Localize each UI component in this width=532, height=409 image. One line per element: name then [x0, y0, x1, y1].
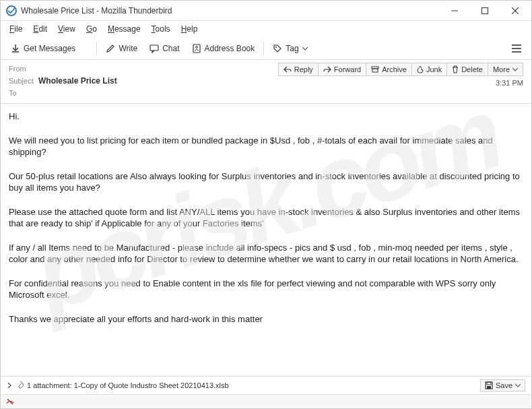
message-body: Hi. We will need you to list pricing for…	[1, 104, 531, 380]
tag-button[interactable]: Tag	[267, 40, 313, 57]
attachment-expand[interactable]	[7, 382, 12, 389]
body-paragraph: If any / all Items need to be Manufactur…	[9, 242, 523, 265]
body-paragraph: Thanks we appreciate all your efforts an…	[9, 313, 523, 325]
body-paragraph: Our 50-plus retail locations are Also al…	[9, 170, 523, 194]
chat-label: Chat	[162, 44, 179, 53]
address-book-label: Address Book	[205, 44, 255, 53]
svg-point-8	[275, 46, 277, 48]
archive-label: Archive	[382, 65, 407, 73]
save-label: Save	[496, 381, 512, 389]
archive-button[interactable]: Archive	[366, 63, 412, 76]
tag-label: Tag	[286, 44, 298, 53]
reply-icon	[284, 66, 292, 73]
menu-bar: File Edit View Go Message Tools Help	[1, 21, 531, 37]
paperclip-icon	[16, 381, 24, 390]
body-paragraph: For confidential reasons you need to Ena…	[9, 278, 523, 301]
app-icon	[6, 5, 17, 16]
app-menu-button[interactable]	[506, 41, 527, 56]
from-label: From	[9, 65, 38, 73]
reply-label: Reply	[294, 65, 313, 73]
address-book-button[interactable]: Address Book	[186, 40, 261, 57]
message-actions: Reply Forward Archive Junk Delete	[278, 63, 523, 76]
menu-file[interactable]: File	[5, 23, 27, 35]
trash-icon	[452, 65, 459, 73]
pencil-icon	[106, 44, 115, 53]
more-button[interactable]: More	[488, 63, 523, 76]
close-button[interactable]	[500, 1, 530, 21]
forward-label: Forward	[334, 65, 361, 73]
body-paragraph: We will need you to list pricing for eac…	[9, 135, 523, 158]
archive-icon	[371, 66, 379, 73]
write-label: Write	[119, 44, 137, 53]
get-messages-label: Get Messages	[24, 44, 75, 53]
save-attachment-button[interactable]: Save	[480, 379, 525, 391]
forward-button[interactable]: Forward	[318, 63, 366, 76]
menu-message[interactable]: Message	[103, 23, 145, 35]
subject-value: Wholesale Price List	[38, 76, 278, 86]
toolbar-divider	[96, 42, 97, 55]
more-label: More	[493, 65, 510, 73]
message-time: 3:31 PM	[496, 79, 523, 87]
junk-label: Junk	[426, 65, 442, 73]
message-headers: From Subject Wholesale Price List To Rep…	[1, 60, 531, 104]
menu-go[interactable]: Go	[81, 23, 102, 35]
attachment-summary[interactable]: 1 attachment: 1-Copy of Quote Industro S…	[27, 381, 229, 389]
svg-rect-5	[150, 45, 158, 51]
status-bar	[1, 394, 531, 408]
svg-rect-2	[481, 7, 488, 13]
subject-label: Subject	[9, 77, 38, 85]
chevron-down-icon	[512, 67, 518, 72]
to-label: To	[9, 89, 38, 97]
flame-icon	[417, 65, 424, 73]
body-paragraph: Hi.	[9, 111, 523, 123]
menu-edit[interactable]: Edit	[28, 23, 52, 35]
get-messages-dropdown[interactable]	[81, 42, 94, 55]
menu-help[interactable]: Help	[176, 23, 203, 35]
chevron-down-icon	[302, 46, 308, 51]
svg-rect-16	[487, 386, 491, 389]
download-icon	[11, 44, 20, 53]
chevron-down-icon	[515, 383, 521, 388]
offline-icon[interactable]	[5, 397, 15, 406]
chat-icon	[149, 44, 159, 53]
svg-point-7	[195, 46, 197, 48]
save-icon	[485, 381, 493, 389]
junk-button[interactable]: Junk	[411, 63, 447, 76]
delete-button[interactable]: Delete	[446, 63, 488, 76]
main-toolbar: Get Messages Write Chat Address Book Tag	[1, 37, 531, 60]
maximize-button[interactable]	[469, 1, 500, 21]
window-titlebar: Wholesale Price List - Mozilla Thunderbi…	[1, 1, 531, 21]
get-messages-button[interactable]: Get Messages	[5, 40, 81, 57]
hamburger-icon	[511, 44, 522, 53]
address-book-icon	[192, 44, 201, 53]
svg-rect-13	[372, 69, 378, 72]
reply-button[interactable]: Reply	[278, 63, 319, 76]
chat-button[interactable]: Chat	[143, 40, 185, 57]
menu-tools[interactable]: Tools	[147, 23, 175, 35]
tag-icon	[273, 44, 282, 53]
menu-view[interactable]: View	[53, 23, 80, 35]
toolbar-divider	[263, 42, 264, 55]
window-title: Wholesale Price List - Mozilla Thunderbi…	[21, 6, 172, 15]
minimize-button[interactable]	[439, 1, 469, 21]
forward-icon	[323, 66, 331, 73]
delete-label: Delete	[461, 65, 483, 73]
write-button[interactable]: Write	[100, 40, 143, 57]
attachment-bar: 1 attachment: 1-Copy of Quote Industro S…	[1, 376, 531, 394]
body-paragraph: Please use the attached quote form and l…	[9, 206, 523, 230]
